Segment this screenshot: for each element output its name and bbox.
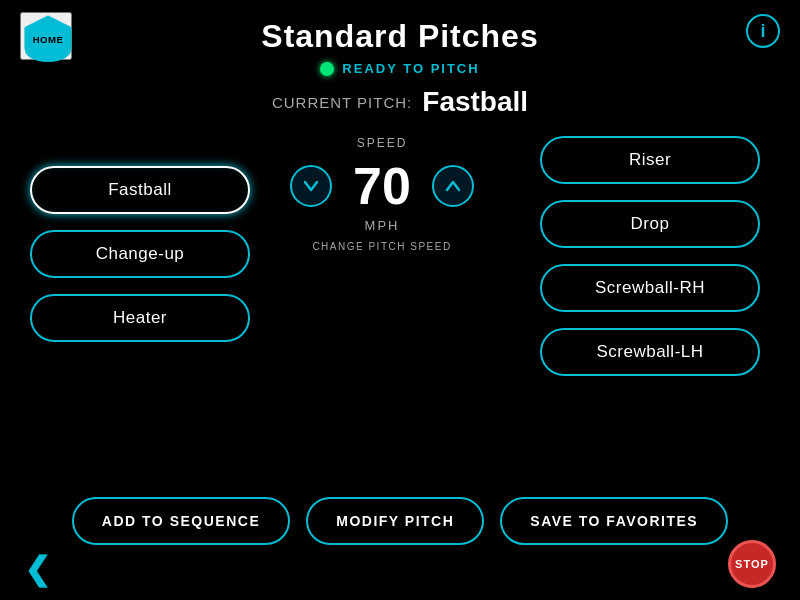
- modify-pitch-button[interactable]: MODIFY PITCH: [306, 497, 484, 545]
- pitch-btn-screwball-rh[interactable]: Screwball-RH: [540, 264, 760, 312]
- stop-label: STOP: [735, 558, 769, 570]
- ready-text: READY TO PITCH: [342, 61, 479, 76]
- save-favorites-label: SAVE TO FAVORITES: [530, 513, 698, 529]
- change-pitch-speed-label: CHANGE PITCH SPEED: [312, 241, 451, 252]
- add-to-sequence-button[interactable]: ADD TO SEQUENCE: [72, 497, 290, 545]
- save-to-favorites-button[interactable]: SAVE TO FAVORITES: [500, 497, 728, 545]
- left-pitch-list: Fastball Change-up Heater: [30, 136, 290, 376]
- main-content: Fastball Change-up Heater SPEED 70 MPH: [0, 136, 800, 376]
- ready-indicator: [320, 62, 334, 76]
- page-title: Standard Pitches: [261, 18, 538, 55]
- pitch-label-screwball-rh: Screwball-RH: [595, 278, 705, 297]
- pitch-label-changeup: Change-up: [96, 244, 185, 263]
- pitch-label-screwball-lh: Screwball-LH: [596, 342, 703, 361]
- speed-increase-button[interactable]: [432, 165, 474, 207]
- speed-control: SPEED 70 MPH CHANGE PITCH SPEED: [290, 136, 474, 376]
- add-sequence-label: ADD TO SEQUENCE: [102, 513, 260, 529]
- stop-button[interactable]: STOP: [728, 540, 776, 588]
- back-icon: ❮: [24, 551, 51, 587]
- current-pitch-bar: CURRENT PITCH: Fastball: [0, 86, 800, 118]
- speed-label: SPEED: [357, 136, 408, 150]
- info-button[interactable]: i: [746, 14, 780, 48]
- home-button[interactable]: HOME: [20, 12, 72, 60]
- speed-controls-row: 70: [290, 160, 474, 212]
- pitch-label-drop: Drop: [631, 214, 670, 233]
- right-pitch-list: Riser Drop Screwball-RH Screwball-LH: [474, 136, 770, 376]
- current-pitch-name: Fastball: [422, 86, 528, 118]
- current-pitch-label: CURRENT PITCH:: [272, 94, 412, 111]
- pitch-btn-drop[interactable]: Drop: [540, 200, 760, 248]
- pitch-label-fastball: Fastball: [108, 180, 172, 199]
- pitch-label-riser: Riser: [629, 150, 671, 169]
- modify-pitch-label: MODIFY PITCH: [336, 513, 454, 529]
- info-icon: i: [760, 21, 765, 42]
- pitch-btn-changeup[interactable]: Change-up: [30, 230, 250, 278]
- status-bar: READY TO PITCH: [0, 61, 800, 76]
- pitch-btn-fastball[interactable]: Fastball: [30, 166, 250, 214]
- back-button[interactable]: ❮: [24, 550, 51, 588]
- speed-decrease-button[interactable]: [290, 165, 332, 207]
- bottom-action-bar: ADD TO SEQUENCE MODIFY PITCH SAVE TO FAV…: [0, 497, 800, 545]
- speed-unit: MPH: [365, 218, 400, 233]
- home-label: HOME: [33, 34, 64, 45]
- pitch-btn-heater[interactable]: Heater: [30, 294, 250, 342]
- header: HOME Standard Pitches i: [0, 0, 800, 55]
- pitch-btn-riser[interactable]: Riser: [540, 136, 760, 184]
- speed-value: 70: [342, 160, 422, 212]
- pitch-btn-screwball-lh[interactable]: Screwball-LH: [540, 328, 760, 376]
- pitch-label-heater: Heater: [113, 308, 167, 327]
